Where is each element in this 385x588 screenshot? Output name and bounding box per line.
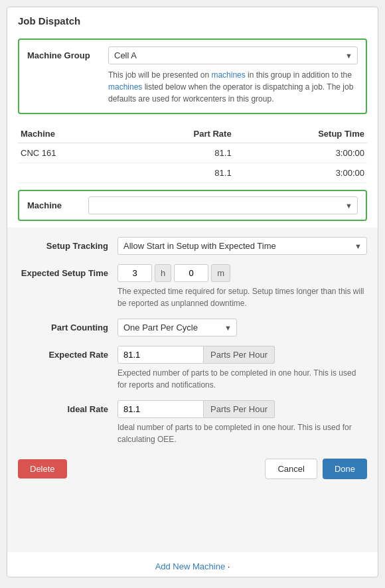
setup-time-col-header: Setup Time	[234, 125, 367, 143]
machine-group-select-wrapper[interactable]: Cell A ▼	[108, 46, 358, 64]
machine-group-section: Machine Group Cell A ▼ This job will be …	[18, 38, 367, 114]
part-counting-label: Part Counting	[18, 319, 117, 332]
machine-select-section: Machine ▼	[18, 190, 367, 221]
job-dispatch-modal: Job Dispatch Machine Group Cell A ▼ This…	[7, 7, 378, 577]
setup-minutes-input[interactable]	[174, 264, 208, 282]
machines-table: Machine Part Rate Setup Time CNC 161 81.…	[18, 125, 367, 183]
machine-group-right: Cell A ▼ This job will be presented on m…	[108, 46, 358, 105]
expected-rate-row: Expected Rate Parts Per Hour Expected nu…	[18, 346, 367, 391]
table-row: CNC 161 81.1 3:00:00	[18, 143, 367, 163]
machines-table-section: Machine Part Rate Setup Time CNC 161 81.…	[18, 125, 367, 183]
delete-button[interactable]: Delete	[18, 459, 67, 478]
ideal-rate-input[interactable]	[117, 400, 204, 418]
minutes-unit-label: m	[211, 264, 230, 282]
expected-setup-time-label: Expected Setup Time	[18, 264, 117, 278]
setup-tracking-select[interactable]: Allow Start in Setup with Expected Time	[117, 237, 367, 255]
part-counting-select[interactable]: One Part Per Cycle	[117, 319, 237, 336]
expected-rate-field: Parts Per Hour Expected number of parts …	[117, 346, 367, 391]
expected-rate-label: Expected Rate	[18, 346, 117, 360]
setup-time-cell: 3:00:00	[234, 163, 367, 183]
setup-tracking-field: Allow Start in Setup with Expected Time …	[117, 237, 367, 255]
hours-unit-label: h	[155, 264, 171, 282]
machines-link-2[interactable]: machines	[108, 82, 142, 92]
ideal-rate-label: Ideal Rate	[18, 400, 117, 414]
machine-col-header: Machine	[18, 125, 123, 143]
expected-setup-time-field: h m The expected time required for setup…	[117, 264, 367, 309]
right-buttons: Cancel Done	[265, 459, 367, 479]
setup-hours-input[interactable]	[117, 264, 152, 282]
button-row: Delete Cancel Done	[18, 459, 367, 479]
machines-link-1[interactable]: machines	[211, 70, 245, 80]
ideal-rate-hint: Ideal number of parts to be completed in…	[117, 421, 367, 445]
expected-rate-input-group: Parts Per Hour	[117, 346, 367, 364]
setup-time-cell: 3:00:00	[234, 143, 367, 163]
ideal-rate-field: Parts Per Hour Ideal number of parts to …	[117, 400, 367, 445]
machine-cell: CNC 161	[18, 143, 123, 163]
expected-rate-input[interactable]	[117, 346, 204, 364]
expected-rate-unit: Parts Per Hour	[204, 346, 275, 364]
add-new-machine-link[interactable]: Add New Machine	[155, 561, 226, 571]
machine-cell	[18, 163, 123, 183]
machine-select-wrapper[interactable]: ▼	[88, 196, 358, 214]
table-row: 81.1 3:00:00	[18, 163, 367, 183]
setup-tracking-select-wrapper[interactable]: Allow Start in Setup with Expected Time …	[117, 237, 367, 255]
machine-group-select[interactable]: Cell A	[108, 46, 358, 64]
setup-tracking-label: Setup Tracking	[18, 237, 117, 251]
add-new-machine-section: Add New Machine ·	[7, 552, 378, 577]
expected-setup-time-row: Expected Setup Time h m The expected tim…	[18, 264, 367, 309]
machine-group-description: This job will be presented on machines i…	[108, 69, 358, 105]
ideal-rate-input-group: Parts Per Hour	[117, 400, 367, 418]
add-machine-dot: ·	[228, 561, 230, 571]
ideal-rate-unit: Parts Per Hour	[204, 400, 275, 418]
part-counting-row: Part Counting One Part Per Cycle ▼	[18, 319, 367, 336]
modal-title: Job Dispatch	[7, 7, 378, 33]
ideal-rate-row: Ideal Rate Parts Per Hour Ideal number o…	[18, 400, 367, 445]
expected-rate-hint: Expected number of parts to be completed…	[117, 367, 367, 391]
setup-time-hint: The expected time required for setup. Se…	[117, 285, 367, 309]
part-rate-col-header: Part Rate	[123, 125, 234, 143]
part-rate-cell: 81.1	[123, 163, 234, 183]
form-section: Setup Tracking Allow Start in Setup with…	[7, 228, 378, 552]
machine-select[interactable]	[88, 196, 358, 214]
part-rate-cell: 81.1	[123, 143, 234, 163]
machine-group-label: Machine Group	[27, 46, 100, 60]
part-counting-field: One Part Per Cycle ▼	[117, 319, 367, 336]
done-button[interactable]: Done	[323, 459, 367, 479]
cancel-button[interactable]: Cancel	[265, 459, 317, 479]
part-counting-select-wrapper[interactable]: One Part Per Cycle ▼	[117, 319, 237, 336]
setup-tracking-row: Setup Tracking Allow Start in Setup with…	[18, 237, 367, 255]
machine-select-label: Machine	[27, 200, 80, 210]
